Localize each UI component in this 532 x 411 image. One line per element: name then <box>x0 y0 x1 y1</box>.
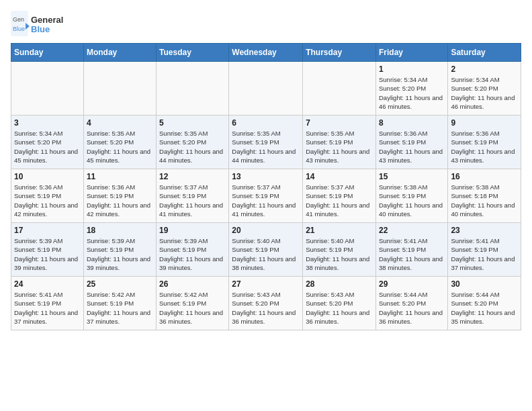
day-info: Sunrise: 5:36 AM Sunset: 5:19 PM Dayligh… <box>451 129 518 165</box>
day-cell: 25Sunrise: 5:42 AM Sunset: 5:19 PM Dayli… <box>83 277 156 330</box>
day-info: Sunrise: 5:42 AM Sunset: 5:19 PM Dayligh… <box>87 290 153 326</box>
day-cell: 13Sunrise: 5:37 AM Sunset: 5:19 PM Dayli… <box>229 169 303 223</box>
day-number: 5 <box>159 118 226 128</box>
day-number: 12 <box>159 172 226 181</box>
day-cell: 30Sunrise: 5:44 AM Sunset: 5:20 PM Dayli… <box>448 277 521 330</box>
day-cell: 16Sunrise: 5:38 AM Sunset: 5:18 PM Dayli… <box>448 169 521 223</box>
day-number: 18 <box>87 226 153 235</box>
day-info: Sunrise: 5:39 AM Sunset: 5:19 PM Dayligh… <box>14 236 81 272</box>
day-cell: 5Sunrise: 5:35 AM Sunset: 5:20 PM Daylig… <box>157 116 229 169</box>
day-info: Sunrise: 5:35 AM Sunset: 5:19 PM Dayligh… <box>306 129 373 165</box>
day-info: Sunrise: 5:34 AM Sunset: 5:20 PM Dayligh… <box>451 75 518 111</box>
day-number: 15 <box>379 172 445 181</box>
day-info: Sunrise: 5:35 AM Sunset: 5:20 PM Dayligh… <box>87 129 153 165</box>
day-info: Sunrise: 5:39 AM Sunset: 5:19 PM Dayligh… <box>87 236 153 272</box>
day-info: Sunrise: 5:35 AM Sunset: 5:19 PM Dayligh… <box>232 129 300 165</box>
day-number: 4 <box>87 118 153 128</box>
day-info: Sunrise: 5:41 AM Sunset: 5:19 PM Dayligh… <box>14 290 81 326</box>
day-number: 11 <box>87 172 153 181</box>
day-info: Sunrise: 5:34 AM Sunset: 5:20 PM Dayligh… <box>14 129 81 165</box>
day-cell: 21Sunrise: 5:40 AM Sunset: 5:19 PM Dayli… <box>303 223 376 277</box>
day-number: 21 <box>306 226 373 235</box>
day-cell: 2Sunrise: 5:34 AM Sunset: 5:20 PM Daylig… <box>448 62 521 116</box>
day-cell <box>229 62 303 116</box>
day-cell: 15Sunrise: 5:38 AM Sunset: 5:19 PM Dayli… <box>375 169 447 223</box>
day-info: Sunrise: 5:42 AM Sunset: 5:19 PM Dayligh… <box>159 290 226 326</box>
svg-text:General: General <box>31 15 63 25</box>
day-number: 20 <box>232 226 300 235</box>
header-row: SundayMondayTuesdayWednesdayThursdayFrid… <box>11 44 521 62</box>
day-cell: 10Sunrise: 5:36 AM Sunset: 5:19 PM Dayli… <box>11 169 84 223</box>
day-number: 29 <box>379 279 445 289</box>
day-cell: 9Sunrise: 5:36 AM Sunset: 5:19 PM Daylig… <box>448 116 521 169</box>
day-info: Sunrise: 5:35 AM Sunset: 5:20 PM Dayligh… <box>159 129 226 165</box>
day-cell: 3Sunrise: 5:34 AM Sunset: 5:20 PM Daylig… <box>11 116 84 169</box>
day-number: 3 <box>14 118 81 128</box>
day-cell <box>11 62 84 116</box>
day-cell: 4Sunrise: 5:35 AM Sunset: 5:20 PM Daylig… <box>83 116 156 169</box>
day-number: 25 <box>87 279 153 289</box>
day-cell <box>83 62 156 116</box>
calendar-table: SundayMondayTuesdayWednesdayThursdayFrid… <box>11 43 521 330</box>
week-row-1: 1Sunrise: 5:34 AM Sunset: 5:20 PM Daylig… <box>11 62 521 116</box>
day-info: Sunrise: 5:41 AM Sunset: 5:19 PM Dayligh… <box>451 236 518 272</box>
day-info: Sunrise: 5:36 AM Sunset: 5:19 PM Dayligh… <box>87 183 153 218</box>
day-info: Sunrise: 5:44 AM Sunset: 5:20 PM Dayligh… <box>451 290 518 326</box>
week-row-5: 24Sunrise: 5:41 AM Sunset: 5:19 PM Dayli… <box>11 277 521 330</box>
day-info: Sunrise: 5:36 AM Sunset: 5:19 PM Dayligh… <box>14 183 81 218</box>
day-number: 27 <box>232 279 300 289</box>
day-number: 30 <box>451 279 518 289</box>
day-number: 10 <box>14 172 81 181</box>
day-number: 24 <box>14 279 81 289</box>
day-info: Sunrise: 5:40 AM Sunset: 5:19 PM Dayligh… <box>232 236 300 272</box>
day-cell: 24Sunrise: 5:41 AM Sunset: 5:19 PM Dayli… <box>11 277 84 330</box>
week-row-4: 17Sunrise: 5:39 AM Sunset: 5:19 PM Dayli… <box>11 223 521 277</box>
day-info: Sunrise: 5:37 AM Sunset: 5:19 PM Dayligh… <box>159 183 226 218</box>
day-info: Sunrise: 5:36 AM Sunset: 5:19 PM Dayligh… <box>379 129 445 165</box>
day-header-monday: Monday <box>83 44 156 62</box>
day-info: Sunrise: 5:43 AM Sunset: 5:20 PM Dayligh… <box>232 290 300 326</box>
day-number: 14 <box>306 172 373 181</box>
day-number: 2 <box>451 64 518 74</box>
day-cell: 27Sunrise: 5:43 AM Sunset: 5:20 PM Dayli… <box>229 277 303 330</box>
day-cell: 29Sunrise: 5:44 AM Sunset: 5:20 PM Dayli… <box>375 277 447 330</box>
day-cell <box>303 62 376 116</box>
day-info: Sunrise: 5:38 AM Sunset: 5:19 PM Dayligh… <box>379 183 445 218</box>
day-cell: 23Sunrise: 5:41 AM Sunset: 5:19 PM Dayli… <box>448 223 521 277</box>
day-header-wednesday: Wednesday <box>229 44 303 62</box>
day-number: 16 <box>451 172 518 181</box>
day-header-saturday: Saturday <box>448 44 521 62</box>
day-header-friday: Friday <box>375 44 447 62</box>
day-info: Sunrise: 5:39 AM Sunset: 5:19 PM Dayligh… <box>159 236 226 272</box>
day-cell: 8Sunrise: 5:36 AM Sunset: 5:19 PM Daylig… <box>375 116 447 169</box>
day-number: 1 <box>379 64 445 74</box>
day-number: 17 <box>14 226 81 235</box>
day-info: Sunrise: 5:44 AM Sunset: 5:20 PM Dayligh… <box>379 290 445 326</box>
week-row-2: 3Sunrise: 5:34 AM Sunset: 5:20 PM Daylig… <box>11 116 521 169</box>
day-header-tuesday: Tuesday <box>157 44 229 62</box>
day-header-sunday: Sunday <box>11 44 84 62</box>
day-number: 13 <box>232 172 300 181</box>
day-info: Sunrise: 5:38 AM Sunset: 5:18 PM Dayligh… <box>451 183 518 218</box>
day-info: Sunrise: 5:37 AM Sunset: 5:19 PM Dayligh… <box>306 183 373 218</box>
day-number: 22 <box>379 226 445 235</box>
day-number: 19 <box>159 226 226 235</box>
day-number: 23 <box>451 226 518 235</box>
day-info: Sunrise: 5:34 AM Sunset: 5:20 PM Dayligh… <box>379 75 445 111</box>
day-info: Sunrise: 5:41 AM Sunset: 5:19 PM Dayligh… <box>379 236 445 272</box>
day-cell: 6Sunrise: 5:35 AM Sunset: 5:19 PM Daylig… <box>229 116 303 169</box>
svg-text:Gen: Gen <box>13 16 24 23</box>
day-cell: 26Sunrise: 5:42 AM Sunset: 5:19 PM Dayli… <box>157 277 229 330</box>
day-cell: 17Sunrise: 5:39 AM Sunset: 5:19 PM Dayli… <box>11 223 84 277</box>
day-cell: 22Sunrise: 5:41 AM Sunset: 5:19 PM Dayli… <box>375 223 447 277</box>
day-number: 6 <box>232 118 300 128</box>
day-info: Sunrise: 5:40 AM Sunset: 5:19 PM Dayligh… <box>306 236 373 272</box>
day-number: 26 <box>159 279 226 289</box>
day-cell: 1Sunrise: 5:34 AM Sunset: 5:20 PM Daylig… <box>375 62 447 116</box>
day-cell: 12Sunrise: 5:37 AM Sunset: 5:19 PM Dayli… <box>157 169 229 223</box>
day-number: 7 <box>306 118 373 128</box>
day-header-thursday: Thursday <box>303 44 376 62</box>
logo: General Blue Gen Blue <box>11 11 71 38</box>
day-cell: 7Sunrise: 5:35 AM Sunset: 5:19 PM Daylig… <box>303 116 376 169</box>
day-cell: 18Sunrise: 5:39 AM Sunset: 5:19 PM Dayli… <box>83 223 156 277</box>
